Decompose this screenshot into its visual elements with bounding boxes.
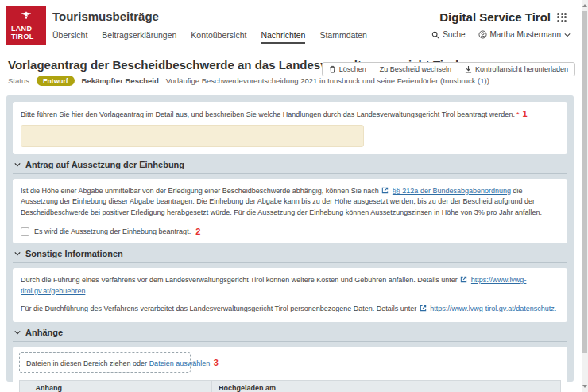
nav-tab-kontouebersicht[interactable]: Kontoübersicht [191,30,246,44]
form-container: Bitte führen Sie hier den Vorlageantrag … [6,95,574,382]
external-link-icon [420,305,427,312]
trash-icon [329,65,336,73]
switch-to-decision-button[interactable]: Zu Bescheid wechseln [373,62,458,76]
search-icon [431,31,439,39]
annotation-3: 3 [214,358,219,367]
scrollbar-up-arrow-icon[interactable] [582,4,587,7]
search-button[interactable]: Suche [431,30,465,39]
contested-decision-value: Vorläufige Beschwerdevorentscheidung 202… [166,76,489,85]
detail-card: Bitte führen Sie hier den Vorlageantrag … [13,102,567,154]
nav-tab-stammdaten[interactable]: Stammdaten [319,30,367,44]
chevron-down-icon [564,33,571,37]
attachments-col-anhang: Anhang [29,380,212,392]
chevron-down-icon [14,330,21,335]
status-row: Status Entwurf Bekämpfter Bescheid Vorlä… [8,76,489,86]
bao-212a-link[interactable]: §§ 212a der Bundesabgabenordnung [393,187,511,195]
nav-tab-nachrichten[interactable]: Nachrichten [261,30,305,44]
detail-label: Bitte führen Sie hier den Vorlageantrag … [21,109,559,121]
header-user-row: Suche Martha Mustermann [431,30,571,39]
download-icon [465,65,472,73]
nav-tab-beitragserklaerungen[interactable]: Beitragserklärungen [102,30,176,44]
portal-title: Digital Service Tirol [439,10,551,24]
app-header: LAND TIROL Tourismusbeiträge Übersicht B… [0,0,582,49]
tirol-eagle-icon [20,10,33,21]
download-control-view-button[interactable]: Kontrollansicht herunterladen [458,62,575,76]
delete-button[interactable]: Löschen [322,62,373,76]
section-header-aussetzung[interactable]: Antrag auf Aussetzung der Einhebung [13,154,567,174]
attachments-table: Anhang Hochgeladen am Keine Daten vorhan… [19,380,561,392]
page: LAND TIROL Tourismusbeiträge Übersicht B… [0,0,588,392]
info-paragraph-datenschutz: Für die Durchführung des Verfahrens vera… [21,304,559,315]
user-name: Martha Mustermann [490,30,561,39]
status-badge: Entwurf [37,76,75,86]
aussetzung-text: Ist die Höhe einer Abgabe unmittelbar vo… [21,186,559,219]
annotation-1: 1 [522,109,527,118]
external-link-icon [381,187,389,194]
aussetzung-checkbox[interactable] [21,227,29,236]
apps-grid-icon[interactable] [557,13,567,22]
aussetzung-card: Ist die Höhe einer Abgabe unmittelbar vo… [13,179,567,244]
info-paragraph-gebuehren: Durch die Führung eines Verfahrens vor d… [21,275,559,297]
detail-textarea[interactable] [21,125,364,147]
required-marker: * [516,111,520,118]
nav-tab-uebersicht[interactable]: Übersicht [52,30,87,44]
scrollbar-thumb[interactable] [582,11,587,353]
user-menu[interactable]: Martha Mustermann [478,30,571,39]
aussetzung-checkbox-label[interactable]: Es wird die Aussetzung der Einhebung bea… [34,227,191,235]
main-nav: Übersicht Beitragserklärungen Kontoübers… [52,30,367,44]
file-dropzone[interactable]: Dateien in diesen Bereich ziehen oder Da… [19,352,191,373]
attachments-col-hochgeladen: Hochgeladen am [212,380,561,392]
aussetzung-checkbox-row: Es wird die Aussetzung der Einhebung bea… [21,227,559,236]
land-tirol-logo[interactable]: LAND TIROL [6,6,46,45]
chevron-down-icon [14,251,21,256]
file-select-link[interactable]: Dateien auswählen [149,359,211,367]
section-header-anhaenge[interactable]: Anhänge [13,322,567,342]
external-link-icon [460,276,467,283]
anhaenge-card: Dateien in diesen Bereich ziehen oder Da… [13,347,567,392]
datenschutz-link[interactable]: https://www.lvwg-tirol.gv.at/datenschutz [430,305,554,312]
sonstige-informationen-card: Durch die Führung eines Verfahrens vor d… [13,268,567,322]
vertical-scrollbar[interactable] [582,0,588,392]
top-action-group: Löschen Zu Bescheid wechseln Kontrollans… [322,62,575,76]
chevron-down-icon [14,162,21,167]
scrollbar-down-arrow-icon[interactable] [582,385,587,388]
status-label: Status [8,76,29,85]
portal-header: Digital Service Tirol [439,10,567,24]
app-title: Tourismusbeiträge [52,10,159,23]
logo-text: LAND TIROL [11,25,34,41]
contested-decision-label: Bekämpfter Bescheid [82,76,159,85]
attachments-spacer-column [20,380,29,392]
section-header-sonstige-informationen[interactable]: Sonstige Informationen [13,243,567,263]
user-icon [478,30,487,39]
annotation-2: 2 [195,227,200,236]
